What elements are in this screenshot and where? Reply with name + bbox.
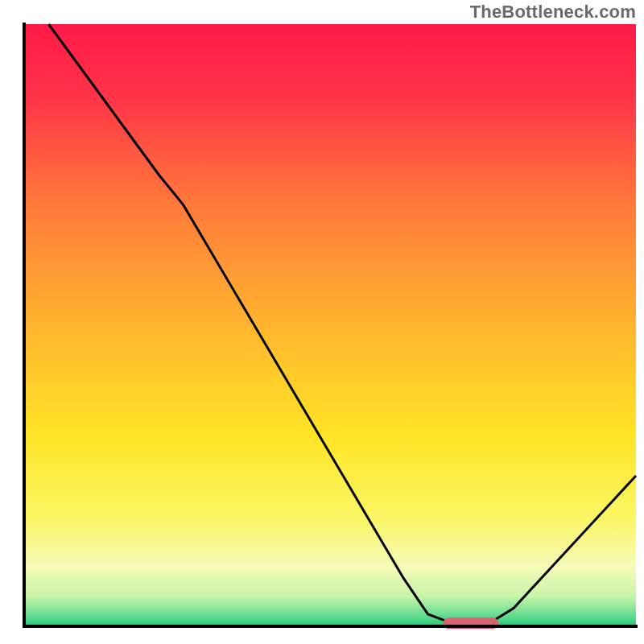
chart-container: TheBottleneck.com	[0, 0, 644, 644]
bottleneck-chart	[0, 0, 644, 644]
watermark-text: TheBottleneck.com	[470, 2, 636, 23]
